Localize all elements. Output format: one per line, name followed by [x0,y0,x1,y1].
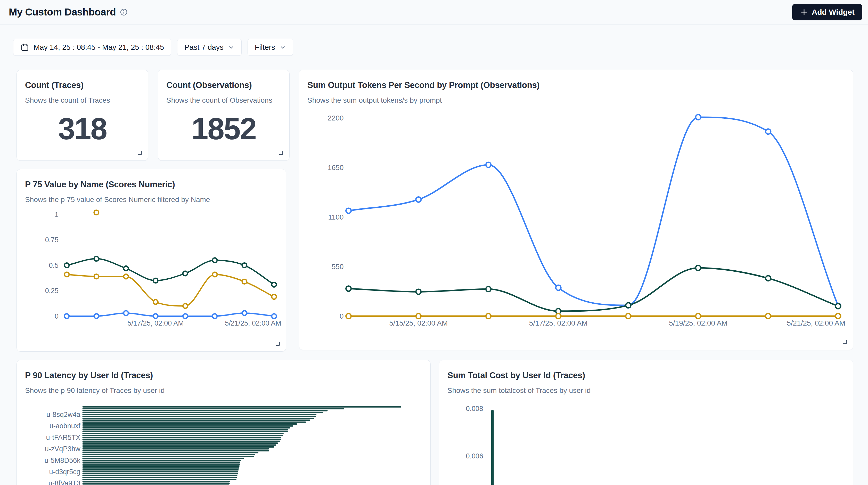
cost-bar-chart[interactable]: 0.0060.008 [439,360,853,485]
date-preset-dropdown[interactable]: Past 7 days [177,39,242,56]
svg-text:1: 1 [55,211,59,218]
svg-text:550: 550 [332,263,344,271]
svg-text:0.25: 0.25 [45,287,59,295]
add-widget-label: Add Widget [812,8,855,17]
tokens-line-chart[interactable]: 05501100165022005/15/25, 02:00 AM5/17/25… [299,70,853,350]
widget-subtitle: Shows the count of Observations [166,96,281,104]
widget-p90-latency: P 90 Latency by User Id (Traces) Shows t… [17,360,431,485]
chevron-down-icon [228,44,235,51]
p90-bar-chart[interactable]: u-8sq2w4au-aobnuxfu-tFAR5TXu-zVqP3hwu-5M… [17,360,430,485]
svg-text:5/17/25, 02:00 AM: 5/17/25, 02:00 AM [529,319,588,327]
metric-value: 318 [17,111,148,146]
plus-icon [800,8,808,16]
filters-dropdown[interactable]: Filters [248,39,293,56]
widget-title: Count (Traces) [25,80,140,90]
resize-handle[interactable] [276,342,280,346]
svg-text:0.5: 0.5 [49,262,59,269]
svg-text:5/17/25, 02:00 AM: 5/17/25, 02:00 AM [127,320,184,327]
svg-text:1100: 1100 [328,213,344,221]
svg-text:u-aobnuxf: u-aobnuxf [50,422,81,430]
svg-text:5/21/25, 02:00 AM: 5/21/25, 02:00 AM [787,319,845,327]
widget-count-traces: Count (Traces) Shows the count of Traces… [17,70,148,161]
svg-text:u-5M8D56k: u-5M8D56k [44,457,81,464]
metric-value: 1852 [158,111,289,146]
widget-tokens-per-second: Sum Output Tokens Per Second by Prompt (… [299,70,853,350]
svg-text:1650: 1650 [328,163,344,172]
widget-subtitle: Shows the count of Traces [25,96,140,104]
svg-text:0.006: 0.006 [466,452,483,460]
widget-cost-by-user: Sum Total Cost by User Id (Traces) Shows… [439,360,853,485]
svg-text:5/19/25, 02:00 AM: 5/19/25, 02:00 AM [669,319,727,327]
filter-bar: May 14, 25 : 08:45 - May 21, 25 : 08:45 … [13,39,293,56]
date-preset-value: Past 7 days [184,43,224,52]
resize-handle[interactable] [843,340,847,344]
svg-text:u-8sq2w4a: u-8sq2w4a [46,411,81,419]
calendar-icon [20,43,29,52]
date-range-value: May 14, 25 : 08:45 - May 21, 25 : 08:45 [33,43,164,52]
date-range-button[interactable]: May 14, 25 : 08:45 - May 21, 25 : 08:45 [13,39,171,56]
svg-text:5/21/25, 02:00 AM: 5/21/25, 02:00 AM [225,320,281,327]
svg-text:0: 0 [55,312,59,320]
widget-count-observations: Count (Observations) Shows the count of … [158,70,289,161]
chevron-down-icon [280,44,286,51]
svg-text:2200: 2200 [328,114,344,122]
svg-text:0.008: 0.008 [466,405,483,413]
dashboard-header: My Custom Dashboard Add Widget [0,0,868,25]
filters-label: Filters [255,43,275,52]
svg-text:5/15/25, 02:00 AM: 5/15/25, 02:00 AM [389,319,448,327]
svg-text:u-8fVa9T3: u-8fVa9T3 [49,479,81,485]
svg-text:0.75: 0.75 [45,236,59,244]
add-widget-button[interactable]: Add Widget [792,4,862,20]
resize-handle[interactable] [279,151,283,155]
svg-text:u-zVqP3hw: u-zVqP3hw [45,445,81,453]
svg-text:0: 0 [340,312,344,320]
svg-text:u-d3qr5cg: u-d3qr5cg [49,468,80,476]
widget-p75-scores: P 75 Value by Name (Scores Numeric) Show… [17,169,286,352]
resize-handle[interactable] [138,151,142,155]
widget-title: Count (Observations) [166,80,281,90]
svg-text:u-tFAR5TX: u-tFAR5TX [46,434,81,442]
info-icon[interactable] [120,8,128,16]
p75-line-chart[interactable]: 00.250.50.7515/17/25, 02:00 AM5/21/25, 0… [17,169,286,352]
page-title: My Custom Dashboard [9,6,116,18]
